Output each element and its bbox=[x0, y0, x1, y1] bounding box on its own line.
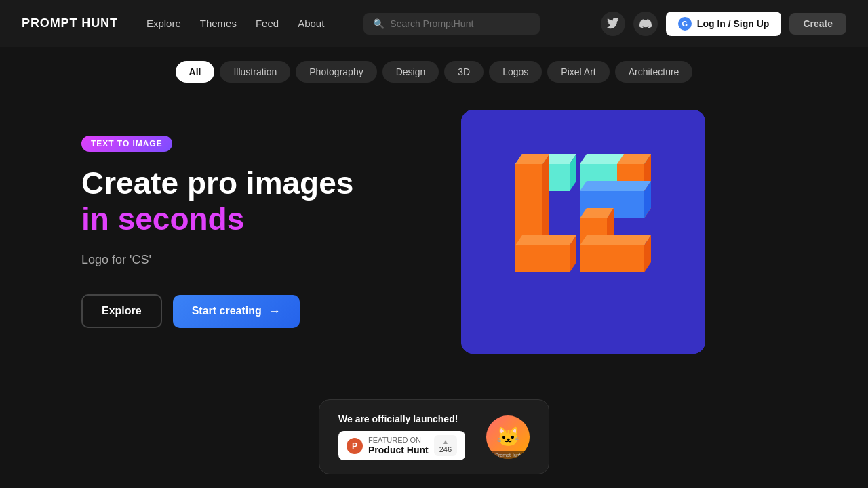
ph-arrow-icon: ▲ bbox=[442, 438, 449, 445]
hero-buttons: Explore Start creating → bbox=[81, 294, 420, 328]
filter-pixel-art[interactable]: Pixel Art bbox=[547, 61, 609, 83]
filter-illustration[interactable]: Illustration bbox=[220, 61, 290, 83]
google-icon: G bbox=[678, 17, 692, 30]
twitter-icon[interactable] bbox=[601, 12, 625, 36]
nav-right: G Log In / Sign Up Create bbox=[601, 12, 846, 36]
nav-about[interactable]: About bbox=[291, 14, 331, 33]
launch-banner[interactable]: We are officially launched! P FEATURED O… bbox=[319, 399, 549, 474]
filter-logos[interactable]: Logos bbox=[489, 61, 542, 83]
ph-featured-label: FEATURED ON Product Hunt bbox=[368, 436, 429, 456]
navbar: PROMPT HUNT Explore Themes Feed About 🔍 … bbox=[0, 0, 868, 47]
explore-button[interactable]: Explore bbox=[81, 294, 162, 328]
badge-text-to-image: TEXT TO IMAGE bbox=[81, 136, 172, 152]
product-hunt-badge[interactable]: P FEATURED ON Product Hunt ▲ 246 bbox=[338, 431, 465, 460]
hero-subtitle: Logo for 'CS' bbox=[81, 253, 420, 267]
start-creating-button[interactable]: Start creating → bbox=[173, 295, 300, 328]
ph-avatar-label: PromptHunt bbox=[486, 451, 530, 459]
ph-avatar: 🐱 PromptHunt bbox=[486, 415, 530, 459]
ph-upvote-count[interactable]: ▲ 246 bbox=[434, 435, 457, 456]
launch-text: We are officially launched! P FEATURED O… bbox=[338, 413, 470, 460]
discord-icon[interactable] bbox=[633, 12, 658, 36]
svg-marker-27 bbox=[580, 181, 651, 191]
nav-links: Explore Themes Feed About bbox=[140, 18, 331, 30]
svg-marker-17 bbox=[515, 245, 570, 272]
filter-architecture[interactable]: Architecture bbox=[615, 61, 693, 83]
login-button[interactable]: G Log In / Sign Up bbox=[666, 12, 782, 36]
arrow-icon: → bbox=[269, 304, 281, 319]
nav-explore[interactable]: Explore bbox=[140, 14, 188, 33]
ph-badge-text: FEATURED ON Product Hunt bbox=[368, 436, 429, 456]
filter-design[interactable]: Design bbox=[382, 61, 439, 83]
search-icon: 🔍 bbox=[373, 18, 384, 29]
hero-content: TEXT TO IMAGE Create pro images in secon… bbox=[81, 136, 420, 329]
ph-count-number: 246 bbox=[439, 445, 452, 453]
hero-title-accent: in seconds bbox=[81, 201, 420, 237]
ph-logo-icon: P bbox=[347, 438, 363, 454]
svg-marker-32 bbox=[580, 245, 644, 272]
launch-title: We are officially launched! bbox=[338, 413, 470, 424]
nav-feed[interactable]: Feed bbox=[249, 14, 285, 33]
filter-3d[interactable]: 3D bbox=[444, 61, 484, 83]
create-button[interactable]: Create bbox=[789, 13, 846, 35]
logo[interactable]: PROMPT HUNT bbox=[22, 16, 118, 30]
hero-image bbox=[461, 110, 705, 354]
nav-themes[interactable]: Themes bbox=[193, 14, 243, 33]
search-bar[interactable]: 🔍 bbox=[363, 13, 540, 35]
svg-marker-33 bbox=[580, 235, 651, 245]
filter-tabs: All Illustration Photography Design 3D L… bbox=[0, 47, 868, 96]
svg-marker-18 bbox=[515, 235, 576, 245]
hero-title-main: Create pro images bbox=[81, 165, 420, 201]
hero-section: TEXT TO IMAGE Create pro images in secon… bbox=[0, 96, 868, 354]
filter-all[interactable]: All bbox=[176, 61, 215, 83]
search-input[interactable] bbox=[390, 18, 530, 29]
filter-photography[interactable]: Photography bbox=[296, 61, 376, 83]
